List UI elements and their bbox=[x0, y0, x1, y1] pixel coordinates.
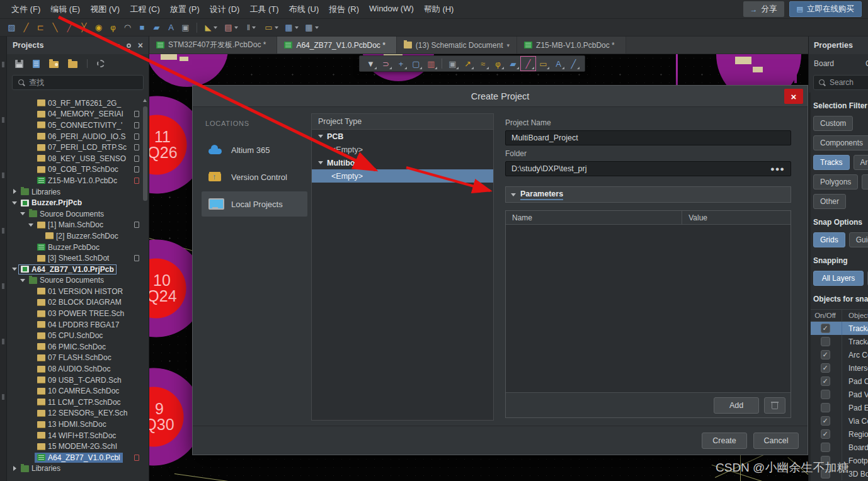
tree-item[interactable]: 11 LCM_CTP.SchDoc bbox=[7, 397, 149, 408]
snap-object-row[interactable]: Interse bbox=[809, 361, 868, 375]
tree-item[interactable]: 07 FLASH.SchDoc bbox=[7, 353, 149, 364]
close-icon[interactable]: × bbox=[784, 89, 803, 104]
tree-item[interactable]: 01 VERSION HISTOR bbox=[7, 286, 149, 297]
tab-stm32f407[interactable]: STM32F407开发板.PcbDoc * bbox=[149, 37, 277, 54]
tree-item[interactable]: [2] Buzzer.SchDoc bbox=[7, 230, 149, 242]
projects-search-input[interactable] bbox=[29, 78, 117, 87]
cross-probe-icon[interactable]: + bbox=[394, 57, 408, 71]
tab-schematic-document[interactable]: (13) Schematic Document ▾ bbox=[397, 37, 517, 54]
save-icon[interactable] bbox=[15, 60, 23, 68]
expand-arrow-icon[interactable] bbox=[28, 388, 35, 395]
expand-arrow-icon[interactable] bbox=[28, 99, 35, 106]
string-icon[interactable]: A bbox=[164, 21, 178, 34]
filter-fills-button[interactable]: Fills bbox=[862, 174, 868, 190]
tree-item[interactable]: 10 CAMREA.SchDoc bbox=[7, 385, 149, 397]
tab-a64-zb77[interactable]: A64_ZB77_V1.0.PcbDoc * bbox=[277, 37, 396, 54]
expand-arrow-icon[interactable] bbox=[28, 410, 35, 417]
tree-item[interactable]: 07_PERI_LCD_RTP.Sc bbox=[7, 142, 149, 153]
filter-other-button[interactable]: Other bbox=[813, 194, 846, 209]
selection-filter-icon[interactable]: ▼ bbox=[363, 57, 378, 71]
select-area-icon[interactable]: ▢ bbox=[409, 57, 423, 71]
component-icon[interactable]: ▣ bbox=[179, 21, 192, 34]
tree-item[interactable]: Source Documents bbox=[7, 275, 149, 286]
location-version-control[interactable]: Version Control bbox=[202, 164, 307, 190]
menu-item[interactable]: 文件 (F) bbox=[6, 2, 45, 17]
string-icon[interactable]: A bbox=[551, 57, 566, 71]
snap-checkbox[interactable] bbox=[821, 403, 830, 412]
snap-object-row[interactable]: Region bbox=[809, 427, 868, 441]
tree-item[interactable]: Buzzer.PrjPcb bbox=[7, 197, 149, 208]
hatched-region-icon[interactable]: ▨ bbox=[5, 21, 18, 34]
tree-item[interactable]: 05 CPU.SchDoc bbox=[7, 330, 149, 341]
tree-item[interactable]: Z15-MB-V1.0.PcbDc bbox=[7, 175, 149, 186]
panel-close-icon[interactable]: × bbox=[138, 42, 143, 48]
expand-arrow-icon[interactable] bbox=[28, 288, 35, 295]
expand-arrow-icon[interactable] bbox=[28, 144, 35, 151]
snap-magnet-icon[interactable]: ⊃ bbox=[379, 57, 393, 71]
tree-item[interactable]: 08_KEY_USB_SENSO bbox=[7, 153, 149, 164]
pad-pair-track-icon[interactable]: ⊏ bbox=[34, 21, 47, 34]
type-pcb-empty[interactable]: <Empty> bbox=[312, 143, 493, 156]
menu-item[interactable]: 帮助 (H) bbox=[419, 2, 459, 17]
union-icon[interactable]: ▦ bbox=[282, 21, 301, 34]
expand-arrow-icon[interactable] bbox=[28, 111, 35, 118]
menu-item[interactable]: 放置 (P) bbox=[165, 2, 205, 17]
tab-components[interactable]: Co bbox=[865, 59, 868, 68]
buy-online-button[interactable]: ▤ 立即在线购买 bbox=[789, 1, 862, 17]
expand-arrow-icon[interactable] bbox=[28, 432, 35, 439]
arc-icon[interactable]: ◠ bbox=[121, 21, 134, 34]
snap-checkbox[interactable] bbox=[821, 443, 830, 452]
expand-arrow-icon[interactable] bbox=[28, 421, 35, 428]
tree-item[interactable]: 05_CONNECTIVITY_' bbox=[7, 120, 149, 131]
properties-search-input[interactable] bbox=[830, 78, 868, 87]
snap-guides-button[interactable]: Guides bbox=[849, 232, 868, 247]
type-multiboard[interactable]: Multiboard bbox=[312, 156, 493, 169]
tree-item[interactable]: 03 POWER TREE.Sch bbox=[7, 308, 149, 319]
create-button[interactable]: Create bbox=[702, 433, 747, 449]
snap-checkbox[interactable] bbox=[821, 390, 830, 399]
expand-arrow-icon[interactable] bbox=[28, 376, 35, 383]
expand-arrow-icon[interactable] bbox=[28, 399, 35, 405]
cancel-button[interactable]: Cancel bbox=[753, 433, 799, 449]
board-wizard-icon[interactable]: ◣ bbox=[202, 21, 220, 34]
tree-scrollbar[interactable] bbox=[142, 98, 148, 481]
snap-object-row[interactable]: Pad E bbox=[809, 401, 868, 414]
tree-item[interactable]: Source Documents bbox=[7, 208, 149, 220]
parameters-table-body[interactable] bbox=[506, 225, 791, 392]
fill-icon[interactable]: ■ bbox=[135, 21, 149, 34]
menu-item[interactable]: 视图 (V) bbox=[85, 2, 125, 17]
expand-arrow-icon[interactable] bbox=[28, 133, 35, 140]
explorer-folder-icon[interactable] bbox=[49, 61, 59, 68]
tree-item[interactable]: Libraries bbox=[7, 186, 149, 198]
menu-item[interactable]: 工具 (T) bbox=[244, 2, 283, 17]
snap-object-row[interactable]: Track/ bbox=[809, 335, 868, 348]
interactive-track-icon[interactable]: ╱ bbox=[20, 21, 33, 34]
expand-arrow-icon[interactable] bbox=[28, 122, 35, 128]
browse-folder-button[interactable]: ●●● bbox=[770, 165, 785, 173]
expand-arrow-icon[interactable] bbox=[11, 188, 18, 195]
expand-arrow-icon[interactable] bbox=[28, 343, 35, 350]
delete-parameter-button[interactable] bbox=[764, 397, 785, 414]
snap-object-row[interactable]: Pad C bbox=[809, 375, 868, 388]
dock-edge-strip[interactable] bbox=[0, 37, 7, 481]
expand-arrow-icon[interactable] bbox=[11, 200, 18, 207]
expand-arrow-icon[interactable] bbox=[28, 177, 35, 184]
snap-object-row[interactable]: Via Ce bbox=[809, 414, 868, 427]
pad-icon[interactable]: ◉ bbox=[92, 21, 105, 34]
menu-item[interactable]: 布线 (U) bbox=[284, 2, 324, 17]
track-via-icon[interactable]: ╱ bbox=[63, 21, 76, 34]
pad-via-template-icon[interactable]: ‖ bbox=[242, 21, 261, 34]
tree-item[interactable]: 09 USB_T-CARD.Sch bbox=[7, 375, 149, 386]
tree-item[interactable]: 03_RF_MT6261_2G_ bbox=[7, 98, 149, 109]
route-icon[interactable]: ↗ bbox=[460, 57, 475, 71]
room-icon[interactable]: ▭ bbox=[262, 21, 281, 34]
tab-z15-mb[interactable]: Z15-MB-V1.0.PcbDoc * bbox=[517, 37, 626, 54]
filter-components-button[interactable]: Components bbox=[813, 135, 868, 150]
tree-item[interactable]: Buzzer.PcbDoc bbox=[7, 242, 149, 253]
expand-arrow-icon[interactable] bbox=[28, 354, 35, 361]
expand-arrow-icon[interactable] bbox=[28, 244, 35, 251]
menu-item[interactable]: 编辑 (E) bbox=[45, 2, 85, 17]
pin-icon[interactable] bbox=[127, 43, 131, 48]
add-parameter-button[interactable]: Add bbox=[714, 397, 759, 414]
tune-length-icon[interactable]: ≈ bbox=[476, 57, 490, 71]
